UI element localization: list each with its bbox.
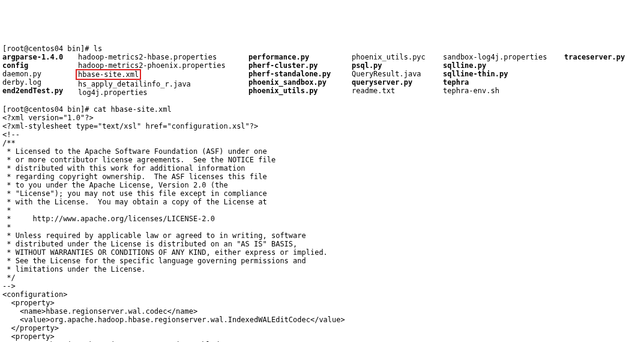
file-entry: argparse-1.4.0 (2, 53, 78, 61)
ls-col-4: sandbox-log4j.propertiessqlline.pysqllin… (443, 53, 564, 97)
file-entry: hbase-site.xml (78, 70, 248, 80)
ls-col-1: hadoop-metrics2-hbase.propertieshadoop-m… (78, 53, 248, 97)
file-entry: log4j.properties (78, 88, 248, 97)
command-cat: cat hbase-site.xml (94, 105, 172, 114)
file-entry: phoenix_utils.pyc (352, 53, 443, 61)
shell-prompt: [root@centos04 bin]# (2, 105, 94, 114)
file-entry: derby.log (2, 78, 78, 87)
file-entry: queryserver.py (352, 78, 443, 87)
ls-listing: argparse-1.4.0configdaemon.pyderby.logen… (2, 53, 642, 97)
file-entry: tephra (443, 78, 564, 87)
file-entry: sqlline-thin.py (443, 70, 564, 78)
file-entry: hadoop-metrics2-hbase.properties (78, 53, 248, 61)
file-entry: sandbox-log4j.properties (443, 53, 564, 61)
file-entry: daemon.py (2, 70, 78, 78)
ls-col-2: performance.pypherf-cluster.pypherf-stan… (248, 53, 352, 97)
ls-col-5: traceserver.py (564, 53, 625, 97)
file-entry: psql.py (352, 61, 443, 70)
file-entry: performance.py (248, 53, 352, 61)
ls-col-0: argparse-1.4.0configdaemon.pyderby.logen… (2, 53, 78, 97)
file-entry: QueryResult.java (352, 70, 443, 78)
file-entry: tephra-env.sh (443, 87, 564, 95)
file-entry: end2endTest.py (2, 87, 78, 95)
terminal-output: [root@centos04 bin]# ls argparse-1.4.0co… (2, 36, 642, 342)
file-entry: pherf-cluster.py (248, 61, 352, 70)
file-entry: traceserver.py (564, 53, 625, 61)
file-entry: phoenix_utils.py (248, 87, 352, 95)
command-ls: ls (94, 44, 102, 53)
file-entry: sqlline.py (443, 61, 564, 70)
file-entry: hadoop-metrics2-phoenix.properties (78, 61, 248, 70)
file-entry: config (2, 61, 78, 70)
file-entry: hs_apply_detailinfo_r.java (78, 80, 248, 88)
file-entry: readme.txt (352, 87, 443, 95)
file-contents: <?xml version="1.0"?> <?xml-stylesheet t… (2, 114, 642, 342)
file-entry: pherf-standalone.py (248, 70, 352, 78)
file-entry: phoenix_sandbox.py (248, 78, 352, 87)
ls-col-3: phoenix_utils.pycpsql.pyQueryResult.java… (352, 53, 443, 97)
shell-prompt: [root@centos04 bin]# (2, 44, 94, 53)
